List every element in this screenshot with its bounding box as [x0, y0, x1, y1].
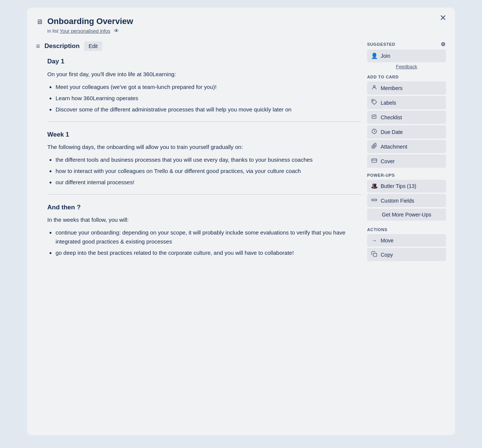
card-type-icon: 🖥 — [36, 18, 43, 26]
description-header: ≡ Description Edit — [36, 41, 361, 51]
gear-icon[interactable]: ⚙ — [441, 41, 446, 47]
main-content: ≡ Description Edit Day 1 On your first d… — [36, 41, 361, 426]
svg-point-0 — [373, 86, 375, 87]
card-modal: ✕ 🖥 Onboarding Overview in list Your per… — [27, 8, 455, 435]
copy-button[interactable]: Copy — [367, 248, 446, 261]
custom-fields-icon — [371, 197, 378, 204]
description-icon: ≡ — [36, 42, 40, 50]
cover-button[interactable]: Cover — [367, 155, 446, 168]
list-item: continue your onboarding: depending on y… — [56, 228, 361, 246]
svg-rect-6 — [372, 199, 377, 201]
join-icon: 👤 — [371, 53, 378, 59]
modal-body: ≡ Description Edit Day 1 On your first d… — [36, 41, 446, 426]
list-item: Learn how 360Learning operates — [56, 94, 361, 103]
due-date-button[interactable]: Due Date — [367, 125, 446, 138]
svg-rect-7 — [374, 253, 377, 257]
card-title: Onboarding Overview — [47, 17, 133, 26]
list-item: how to interact with your colleagues on … — [56, 167, 361, 176]
move-icon: → — [371, 237, 378, 244]
card-list-info: in list Your personalised infos 👁 — [47, 28, 133, 34]
labels-icon — [371, 99, 378, 106]
butler-tips-button[interactable]: 🎩 Butler Tips (13) — [367, 180, 446, 192]
attachment-button[interactable]: Attachment — [367, 140, 446, 153]
description-title: Description — [45, 42, 80, 50]
section-day1-intro: On your first day, you'll dive into life… — [47, 70, 361, 79]
list-item: our different internal processes! — [56, 178, 361, 187]
members-button[interactable]: Members — [367, 81, 446, 95]
list-item: Discover some of the different administr… — [56, 105, 361, 114]
section-day1-bullets: Meet your colleagues (we've got a team-l… — [47, 83, 361, 114]
move-button[interactable]: → Move — [367, 234, 446, 247]
members-icon — [371, 84, 378, 92]
list-item: the different tools and business process… — [56, 155, 361, 164]
description-content: Day 1 On your first day, you'll dive int… — [36, 56, 361, 257]
checklist-icon — [371, 114, 378, 121]
checklist-button[interactable]: Checklist — [367, 111, 446, 124]
section-divider — [47, 194, 361, 195]
join-button[interactable]: 👤 Join — [367, 50, 446, 62]
section-week1-bullets: the different tools and business process… — [47, 155, 361, 187]
modal-header: 🖥 Onboarding Overview in list Your perso… — [36, 17, 446, 34]
svg-point-1 — [373, 101, 374, 101]
feedback-link[interactable]: Feedback — [367, 64, 446, 69]
copy-icon — [371, 251, 378, 258]
sidebar: SUGGESTED ⚙ 👤 Join Feedback ADD TO CARD … — [367, 41, 446, 426]
list-item: go deep into the best practices related … — [56, 248, 361, 257]
add-to-card-section-label: ADD TO CARD — [367, 75, 446, 79]
section-week1-intro: The following days, the onboarding will … — [47, 143, 361, 152]
butler-icon: 🎩 — [371, 183, 378, 189]
section-week1-title: Week 1 — [47, 129, 361, 140]
watch-icon: 👁 — [114, 28, 119, 34]
header-text: Onboarding Overview in list Your persona… — [47, 17, 133, 34]
close-button[interactable]: ✕ — [437, 12, 449, 24]
due-date-icon — [371, 128, 378, 135]
custom-fields-button[interactable]: Custom Fields — [367, 194, 446, 207]
edit-description-button[interactable]: Edit — [84, 41, 102, 51]
actions-section-label: ACTIONS — [367, 227, 446, 232]
svg-rect-4 — [372, 159, 377, 162]
suggested-section-label: SUGGESTED ⚙ — [367, 41, 446, 47]
cover-icon — [371, 158, 378, 165]
labels-button[interactable]: Labels — [367, 96, 446, 109]
section-divider — [47, 122, 361, 122]
section-andthen-bullets: continue your onboarding: depending on y… — [47, 228, 361, 257]
power-ups-section-label: POWER-UPS — [367, 173, 446, 177]
section-day1-title: Day 1 — [47, 56, 361, 66]
section-andthen-intro: In the weeks that follow, you will: — [47, 215, 361, 224]
get-more-power-ups-button[interactable]: Get More Power-Ups — [367, 209, 446, 221]
attachment-icon — [371, 143, 378, 150]
list-item: Meet your colleagues (we've got a team-l… — [56, 83, 361, 92]
section-andthen-title: And then ? — [47, 202, 361, 212]
list-name-link[interactable]: Your personalised infos — [60, 28, 110, 34]
